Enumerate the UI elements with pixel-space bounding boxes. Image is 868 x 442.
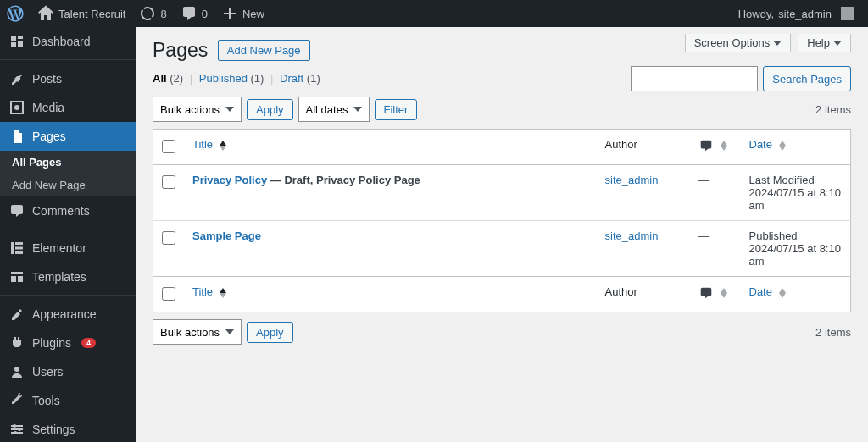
dashboard-icon	[8, 33, 25, 50]
svg-rect-4	[15, 251, 23, 254]
row-author-link[interactable]: site_admin	[605, 229, 659, 242]
sort-icon	[220, 288, 226, 298]
plus-icon	[221, 5, 238, 22]
col-date-footer[interactable]: Date	[741, 277, 851, 312]
row-title-link[interactable]: Privacy Policy	[192, 174, 267, 186]
menu-users[interactable]: Users	[0, 357, 136, 386]
chevron-down-icon	[773, 41, 782, 46]
items-count-bottom: 2 items	[815, 326, 851, 339]
site-name-label: Talent Recruit	[58, 8, 125, 20]
search-pages-button[interactable]: Search Pages	[763, 66, 851, 91]
col-title-header[interactable]: Title	[184, 130, 597, 165]
users-icon	[8, 363, 25, 380]
tablenav-top: Bulk actions Apply All dates Filter 2 it…	[153, 95, 851, 124]
updates-icon	[139, 5, 156, 22]
menu-plugins[interactable]: Plugins 4	[0, 329, 136, 357]
add-new-page-button[interactable]: Add New Page	[218, 40, 310, 61]
site-name-link[interactable]: Talent Recruit	[31, 0, 132, 27]
menu-pages[interactable]: Pages	[0, 122, 136, 151]
col-author-header: Author	[597, 130, 690, 165]
svg-point-9	[13, 424, 16, 428]
row-date-value: 2024/07/15 at 8:10 am	[749, 242, 841, 268]
submenu-add-new-page[interactable]: Add New Page	[0, 174, 136, 196]
tablenav-bottom: Bulk actions Apply 2 items	[153, 318, 851, 346]
menu-templates[interactable]: Templates	[0, 262, 136, 291]
table-row: Sample Page site_admin — Published 2024/…	[153, 221, 851, 277]
col-title-footer[interactable]: Title	[184, 277, 597, 312]
sort-icon	[220, 141, 226, 151]
filter-published-count: (1)	[251, 72, 264, 85]
menu-appearance[interactable]: Appearance	[0, 300, 136, 329]
menu-label: Posts	[32, 72, 62, 86]
row-comments: —	[690, 165, 741, 221]
submenu-all-pages[interactable]: All Pages	[0, 151, 136, 174]
plugin-update-badge: 4	[81, 338, 96, 348]
help-label: Help	[807, 36, 830, 49]
row-title-link[interactable]: Sample Page	[192, 229, 261, 242]
bulk-actions-select-bottom[interactable]: Bulk actions	[153, 319, 242, 345]
menu-label: Templates	[32, 270, 86, 284]
updates-link[interactable]: 8	[132, 0, 173, 27]
current-user-name: site_admin	[778, 8, 832, 20]
my-account-link[interactable]: Howdy, site_admin	[732, 0, 861, 27]
menu-media[interactable]: Media	[0, 93, 136, 122]
menu-posts[interactable]: Posts	[0, 64, 136, 93]
filter-all-label: All	[153, 72, 167, 85]
filter-published[interactable]: Published (1)	[199, 72, 264, 85]
apply-bulk-button[interactable]: Apply	[247, 99, 293, 120]
svg-rect-1	[11, 242, 14, 254]
col-title-label: Title	[192, 285, 213, 298]
new-label: New	[242, 8, 264, 20]
appearance-icon	[8, 306, 25, 323]
tools-icon	[8, 392, 25, 409]
table-row: Privacy Policy — Draft, Privacy Policy P…	[153, 165, 851, 221]
filter-button[interactable]: Filter	[375, 99, 418, 120]
menu-elementor[interactable]: Elementor	[0, 234, 136, 262]
admin-bar: Talent Recruit 8 0 New Howdy, site_admin	[0, 0, 868, 27]
search-input[interactable]	[631, 66, 758, 91]
chevron-down-icon	[833, 41, 842, 46]
filter-all[interactable]: All (2)	[153, 72, 183, 85]
filter-published-label: Published	[199, 72, 248, 85]
wordpress-icon	[7, 5, 24, 22]
col-comments-footer[interactable]	[690, 277, 741, 312]
select-all-checkbox-bottom[interactable]	[162, 287, 175, 301]
screen-options-button[interactable]: Screen Options	[685, 34, 792, 52]
new-content-link[interactable]: New	[214, 0, 271, 27]
screen-options-label: Screen Options	[694, 36, 771, 49]
help-button[interactable]: Help	[798, 34, 851, 52]
menu-dashboard[interactable]: Dashboard	[0, 27, 136, 56]
apply-bulk-button-bottom[interactable]: Apply	[247, 322, 293, 343]
row-date-status: Published	[749, 229, 798, 242]
menu-label: Dashboard	[32, 35, 91, 48]
pin-icon	[8, 70, 25, 87]
howdy-prefix: Howdy,	[738, 8, 774, 20]
menu-settings[interactable]: Settings	[0, 415, 136, 442]
admin-sidebar: Dashboard Posts Media Pages All Pages Ad…	[0, 27, 136, 442]
row-checkbox[interactable]	[162, 175, 175, 189]
main-content: Screen Options Help Pages Add New Page A…	[136, 27, 868, 442]
wp-logo[interactable]	[0, 0, 31, 27]
pages-table: Title Author	[153, 129, 851, 312]
plugin-icon	[8, 334, 25, 351]
select-all-checkbox[interactable]	[162, 140, 175, 153]
menu-comments[interactable]: Comments	[0, 196, 136, 225]
row-author-link[interactable]: site_admin	[605, 174, 659, 186]
row-checkbox[interactable]	[162, 231, 175, 245]
col-author-footer: Author	[597, 277, 690, 312]
row-comments: —	[690, 221, 741, 277]
date-filter-select[interactable]: All dates	[298, 97, 370, 122]
menu-tools[interactable]: Tools	[0, 386, 136, 415]
comments-link[interactable]: 0	[174, 0, 214, 27]
filter-draft[interactable]: Draft (1)	[280, 72, 320, 85]
row-date-value: 2024/07/15 at 8:10 am	[749, 186, 841, 212]
templates-icon	[8, 268, 25, 285]
col-comments-header[interactable]	[690, 130, 741, 165]
col-date-header[interactable]: Date	[741, 130, 851, 165]
media-icon	[8, 99, 25, 116]
comment-icon	[8, 202, 25, 219]
bulk-actions-select[interactable]: Bulk actions	[153, 97, 242, 122]
comments-bubble-count: 0	[202, 8, 208, 20]
menu-label: Users	[32, 365, 64, 378]
avatar-icon	[841, 7, 854, 20]
